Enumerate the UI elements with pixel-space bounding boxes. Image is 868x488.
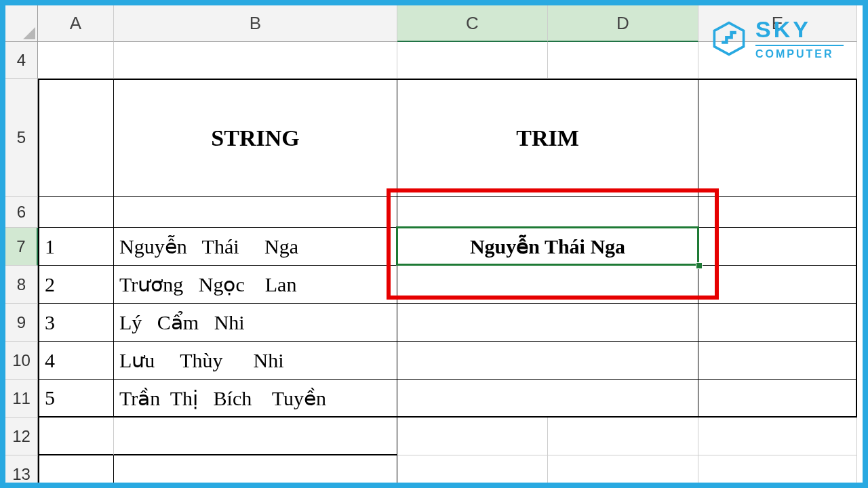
cell-cd8[interactable] bbox=[397, 266, 698, 304]
cell-b4[interactable] bbox=[114, 42, 397, 79]
col-header-e[interactable]: E bbox=[698, 5, 857, 42]
cell-c12[interactable] bbox=[397, 418, 548, 455]
cell-a11[interactable]: 5 bbox=[38, 380, 114, 418]
cell-d12[interactable] bbox=[548, 418, 698, 455]
cell-e6[interactable] bbox=[698, 197, 857, 228]
cell-b7[interactable]: Nguyễn Thái Nga bbox=[114, 228, 397, 266]
cell-a13[interactable] bbox=[38, 455, 114, 488]
cell-a7[interactable]: 1 bbox=[38, 228, 114, 266]
cell-e12[interactable] bbox=[698, 418, 857, 455]
col-header-c[interactable]: C bbox=[397, 5, 548, 42]
cell-b10[interactable]: Lưu Thùy Nhi bbox=[114, 342, 397, 380]
row-header-10[interactable]: 10 bbox=[5, 342, 38, 380]
row-header-11[interactable]: 11 bbox=[5, 380, 38, 418]
cell-d13[interactable] bbox=[548, 455, 698, 488]
column-header-row: A B C D E bbox=[5, 5, 863, 42]
cell-a10[interactable]: 4 bbox=[38, 342, 114, 380]
cell-e7[interactable] bbox=[698, 228, 857, 266]
spreadsheet-grid[interactable]: A B C D E 4 5 STRING TRIM 6 7 1 Nguyễn T… bbox=[5, 5, 863, 488]
cell-d4[interactable] bbox=[548, 42, 698, 79]
select-all-corner[interactable] bbox=[5, 5, 38, 42]
row-header-4[interactable]: 4 bbox=[5, 42, 38, 79]
cell-b5-string-header[interactable]: STRING bbox=[114, 79, 397, 197]
cell-b12[interactable] bbox=[114, 418, 397, 455]
cell-c13[interactable] bbox=[397, 455, 548, 488]
cell-b8[interactable]: Trương Ngọc Lan bbox=[114, 266, 397, 304]
cell-e5[interactable] bbox=[698, 79, 857, 197]
col-header-a[interactable]: A bbox=[38, 5, 114, 42]
cell-a12[interactable] bbox=[38, 418, 114, 455]
col-header-d[interactable]: D bbox=[548, 5, 698, 42]
cell-b6[interactable] bbox=[114, 197, 397, 228]
row-header-6[interactable]: 6 bbox=[5, 197, 38, 228]
cell-a4[interactable] bbox=[38, 42, 114, 79]
row-header-7[interactable]: 7 bbox=[5, 228, 38, 266]
cell-a9[interactable]: 3 bbox=[38, 304, 114, 342]
row-header-9[interactable]: 9 bbox=[5, 304, 38, 342]
cell-a8[interactable]: 2 bbox=[38, 266, 114, 304]
row-header-8[interactable]: 8 bbox=[5, 266, 38, 304]
cell-cd9[interactable] bbox=[397, 304, 698, 342]
cell-b9[interactable]: Lý Cẩm Nhi bbox=[114, 304, 397, 342]
cell-c4[interactable] bbox=[397, 42, 548, 79]
cell-b11[interactable]: Trần Thị Bích Tuyền bbox=[114, 380, 397, 418]
cell-e8[interactable] bbox=[698, 266, 857, 304]
cell-b13[interactable] bbox=[114, 455, 397, 488]
cell-cd6[interactable] bbox=[397, 197, 698, 228]
cell-e9[interactable] bbox=[698, 304, 857, 342]
cell-a6[interactable] bbox=[38, 197, 114, 228]
col-header-b[interactable]: B bbox=[114, 5, 397, 42]
row-header-12[interactable]: 12 bbox=[5, 418, 38, 455]
cell-e13[interactable] bbox=[698, 455, 857, 488]
cell-cd11[interactable] bbox=[397, 380, 698, 418]
cell-cd10[interactable] bbox=[397, 342, 698, 380]
cell-e10[interactable] bbox=[698, 342, 857, 380]
row-header-5[interactable]: 5 bbox=[5, 79, 38, 197]
cell-a5[interactable] bbox=[38, 79, 114, 197]
cell-e11[interactable] bbox=[698, 380, 857, 418]
cell-cd5-trim-header[interactable]: TRIM bbox=[397, 79, 698, 197]
row-header-13[interactable]: 13 bbox=[5, 455, 38, 488]
cell-e4[interactable] bbox=[698, 42, 857, 79]
cell-cd7-trim-result[interactable]: Nguyễn Thái Nga bbox=[397, 228, 698, 266]
